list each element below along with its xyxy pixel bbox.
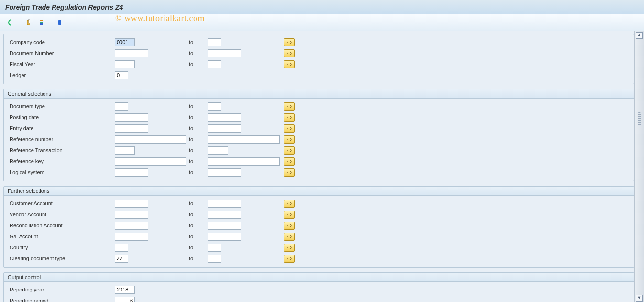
reference-number-from-input[interactable] — [115, 135, 186, 144]
company-code-multiple-selection-button[interactable]: ⇨ — [284, 38, 295, 46]
to-label: to — [189, 223, 208, 228]
posting-date-multiple-selection-button[interactable]: ⇨ — [284, 113, 295, 122]
reference-transaction-to-input[interactable] — [208, 146, 228, 155]
field-row-fiscal-year: Fiscal Yearto⇨ — [8, 59, 630, 69]
field-label: Document Number — [8, 50, 115, 56]
field-label: Company code — [8, 39, 115, 45]
logical-system-from-input[interactable] — [115, 168, 148, 177]
field-label: Reference number — [8, 136, 115, 142]
reference-number-to-input[interactable] — [208, 135, 280, 144]
posting-date-from-input[interactable] — [115, 113, 148, 122]
right-scroll-rail[interactable]: ▲ ▼ — [634, 31, 644, 302]
field-row-posting-date: Posting dateto⇨ — [8, 112, 630, 123]
field-label: Fiscal Year — [8, 61, 115, 67]
entry-date-to-input[interactable] — [208, 124, 241, 133]
clearing-document-type-from-input[interactable] — [115, 255, 128, 263]
logical-system-multiple-selection-button[interactable]: ⇨ — [284, 168, 295, 177]
to-label: to — [189, 103, 208, 109]
execute-button[interactable] — [4, 17, 15, 28]
customer-account-from-input[interactable] — [115, 200, 148, 208]
to-label: to — [189, 245, 208, 250]
application-toolbar: i © www.tutorialkart.com — [0, 14, 644, 31]
posting-date-to-input[interactable] — [208, 113, 241, 122]
svg-rect-3 — [29, 19, 30, 23]
document-type-multiple-selection-button[interactable]: ⇨ — [284, 102, 295, 111]
customer-account-to-input[interactable] — [208, 200, 241, 208]
field-label: Ledger — [8, 72, 115, 78]
customer-account-multiple-selection-button[interactable]: ⇨ — [284, 200, 295, 208]
g-l-account-from-input[interactable] — [115, 233, 148, 241]
to-label: to — [189, 39, 208, 45]
field-row-reporting-period: Reporting period — [8, 295, 630, 302]
field-row-ledger: Ledger — [8, 70, 630, 80]
g-l-account-multiple-selection-button[interactable]: ⇨ — [284, 233, 295, 241]
selection-screen[interactable]: Company codeto⇨Document Numberto⇨Fiscal … — [0, 31, 634, 302]
clearing-document-type-multiple-selection-button[interactable]: ⇨ — [284, 255, 295, 263]
arrow-right-icon: ⇨ — [287, 137, 292, 142]
toolbar-separator — [19, 18, 19, 27]
g-l-account-to-input[interactable] — [208, 233, 241, 241]
vendor-account-from-input[interactable] — [115, 211, 148, 219]
reference-transaction-multiple-selection-button[interactable]: ⇨ — [284, 146, 295, 155]
information-button[interactable]: i — [54, 17, 65, 28]
entry-date-from-input[interactable] — [115, 124, 148, 133]
group-title: Output control — [4, 273, 634, 282]
group-title: Further selections — [4, 187, 634, 196]
reference-key-to-input[interactable] — [208, 157, 280, 166]
fiscal-year-from-input[interactable] — [115, 60, 135, 68]
reference-key-from-input[interactable] — [115, 157, 186, 166]
selection-options-button[interactable] — [35, 17, 46, 28]
reference-number-multiple-selection-button[interactable]: ⇨ — [284, 135, 295, 144]
country-to-input[interactable] — [208, 244, 221, 252]
to-label: to — [189, 147, 208, 153]
field-label: Posting date — [8, 114, 115, 120]
field-label: Reference Transaction — [8, 147, 115, 153]
reconciliation-account-to-input[interactable] — [208, 222, 241, 230]
clearing-document-type-to-input[interactable] — [208, 255, 221, 263]
vendor-account-to-input[interactable] — [208, 211, 241, 219]
logical-system-to-input[interactable] — [208, 168, 241, 177]
entry-date-multiple-selection-button[interactable]: ⇨ — [284, 124, 295, 133]
document-number-to-input[interactable] — [208, 49, 241, 57]
scroll-up-button[interactable]: ▲ — [636, 32, 643, 39]
group-output-control: Output controlReporting yearReporting pe… — [3, 272, 634, 302]
vendor-account-multiple-selection-button[interactable]: ⇨ — [284, 211, 295, 219]
to-label: to — [189, 158, 208, 164]
reporting-year-from-input[interactable] — [115, 286, 135, 294]
ledger-from-input[interactable] — [115, 71, 128, 79]
document-number-multiple-selection-button[interactable]: ⇨ — [284, 49, 295, 57]
svg-text:i: i — [60, 20, 61, 25]
drag-handle-icon[interactable] — [638, 112, 641, 126]
field-row-reporting-year: Reporting year — [8, 284, 630, 295]
variant-icon — [26, 19, 30, 26]
execute-icon — [8, 19, 11, 26]
svg-rect-4 — [40, 20, 43, 21]
scroll-down-button[interactable]: ▼ — [636, 295, 643, 302]
reconciliation-account-from-input[interactable] — [115, 222, 148, 230]
arrow-right-icon: ⇨ — [287, 51, 292, 56]
document-type-to-input[interactable] — [208, 102, 221, 111]
field-label: Reporting year — [8, 287, 115, 292]
country-multiple-selection-button[interactable]: ⇨ — [284, 244, 295, 252]
arrow-right-icon: ⇨ — [287, 104, 292, 109]
field-label: Reporting period — [8, 298, 115, 302]
document-number-from-input[interactable] — [115, 49, 148, 57]
reporting-period-from-input[interactable] — [115, 297, 135, 302]
country-from-input[interactable] — [115, 244, 128, 252]
arrow-right-icon: ⇨ — [287, 126, 292, 131]
arrow-right-icon: ⇨ — [287, 148, 292, 153]
field-row-g-l-account: G/L Accountto⇨ — [8, 231, 630, 242]
document-type-from-input[interactable] — [115, 102, 128, 111]
field-row-document-type: Document typeto⇨ — [8, 101, 630, 112]
company-code-to-input[interactable] — [208, 38, 221, 46]
company-code-from-input[interactable] — [115, 38, 135, 46]
fiscal-year-multiple-selection-button[interactable]: ⇨ — [284, 60, 295, 68]
fiscal-year-to-input[interactable] — [208, 60, 221, 68]
to-label: to — [189, 114, 208, 120]
get-variant-button[interactable] — [23, 17, 33, 28]
field-label: Document type — [8, 103, 115, 109]
group-general-selections: General selectionsDocument typeto⇨Postin… — [3, 89, 634, 181]
reconciliation-account-multiple-selection-button[interactable]: ⇨ — [284, 222, 295, 230]
reference-transaction-from-input[interactable] — [115, 146, 135, 155]
reference-key-multiple-selection-button[interactable]: ⇨ — [284, 157, 295, 166]
